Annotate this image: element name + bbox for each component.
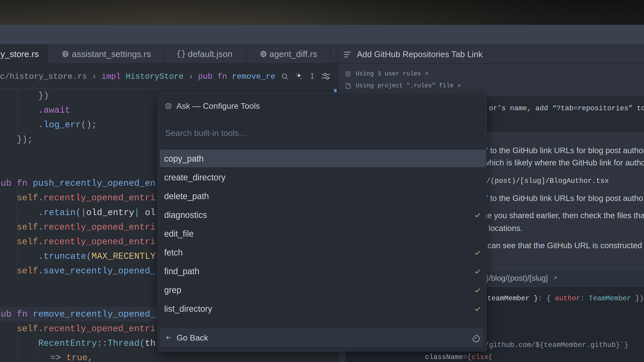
svg-text:R: R	[64, 52, 67, 56]
svg-text:R: R	[262, 52, 265, 56]
